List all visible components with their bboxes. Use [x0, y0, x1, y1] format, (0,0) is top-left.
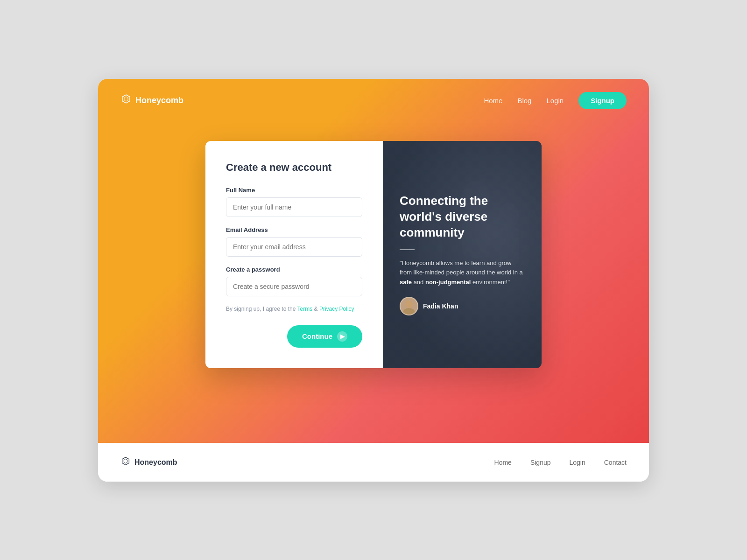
- svg-marker-0: [122, 95, 130, 103]
- divider-line: [400, 249, 415, 250]
- full-name-field-group: Full Name: [226, 187, 362, 217]
- nav-brand-name: Honeycomb: [135, 96, 183, 105]
- arrow-right-icon: ▶: [337, 331, 347, 342]
- signup-card: Create a new account Full Name Email Add…: [205, 141, 542, 368]
- footer-home-link[interactable]: Home: [494, 459, 512, 466]
- password-input[interactable]: [226, 277, 362, 296]
- full-name-label: Full Name: [226, 187, 362, 194]
- main-area: Honeycomb Home Blog Login Signup Create …: [98, 79, 649, 443]
- browser-frame: Honeycomb Home Blog Login Signup Create …: [98, 79, 649, 482]
- info-quote: "Honeycomb allows me to learn and grow f…: [400, 259, 525, 287]
- footer-links: Home Signup Login Contact: [494, 459, 627, 466]
- terms-prefix: By signing up, I agree to the: [226, 306, 297, 312]
- testimonial-author: Fadia Khan: [400, 297, 525, 315]
- terms-text: By signing up, I agree to the Terms & Pr…: [226, 306, 362, 312]
- svg-marker-10: [122, 457, 129, 465]
- card-container: Create a new account Full Name Email Add…: [98, 122, 649, 406]
- form-panel: Create a new account Full Name Email Add…: [205, 141, 383, 368]
- navbar: Honeycomb Home Blog Login Signup: [98, 79, 649, 122]
- email-input[interactable]: [226, 237, 362, 257]
- info-content: Connecting the world's diverse community…: [400, 193, 525, 315]
- privacy-link[interactable]: Privacy Policy: [319, 306, 354, 312]
- svg-point-9: [403, 308, 415, 315]
- terms-link[interactable]: Terms: [297, 306, 313, 312]
- honeycomb-logo-icon: [120, 94, 132, 107]
- footer-honeycomb-icon: [120, 456, 131, 469]
- nav-home-link[interactable]: Home: [484, 97, 502, 105]
- footer: Honeycomb Home Signup Login Contact: [98, 443, 649, 482]
- footer-signup-link[interactable]: Signup: [530, 459, 551, 466]
- terms-and: &: [312, 306, 319, 312]
- password-field-group: Create a password: [226, 266, 362, 296]
- form-title: Create a new account: [226, 161, 362, 174]
- svg-marker-11: [124, 459, 127, 463]
- nav-blog-link[interactable]: Blog: [517, 97, 531, 105]
- footer-login-link[interactable]: Login: [569, 459, 585, 466]
- nav-signup-button[interactable]: Signup: [578, 92, 627, 109]
- footer-brand-name: Honeycomb: [134, 458, 177, 467]
- nav-brand: Honeycomb: [120, 94, 183, 107]
- author-name: Fadia Khan: [423, 302, 458, 310]
- svg-point-8: [405, 301, 413, 308]
- email-label: Email Address: [226, 226, 362, 233]
- footer-contact-link[interactable]: Contact: [604, 459, 627, 466]
- nav-login-link[interactable]: Login: [546, 97, 564, 105]
- info-heading: Connecting the world's diverse community: [400, 193, 525, 240]
- email-field-group: Email Address: [226, 226, 362, 257]
- full-name-input[interactable]: [226, 197, 362, 217]
- nav-links: Home Blog Login Signup: [484, 92, 627, 109]
- footer-brand: Honeycomb: [120, 456, 177, 469]
- svg-marker-1: [124, 97, 128, 101]
- info-panel: Connecting the world's diverse community…: [383, 141, 542, 368]
- continue-label: Continue: [302, 332, 332, 340]
- password-label: Create a password: [226, 266, 362, 273]
- continue-button[interactable]: Continue ▶: [287, 325, 362, 348]
- avatar: [400, 297, 418, 315]
